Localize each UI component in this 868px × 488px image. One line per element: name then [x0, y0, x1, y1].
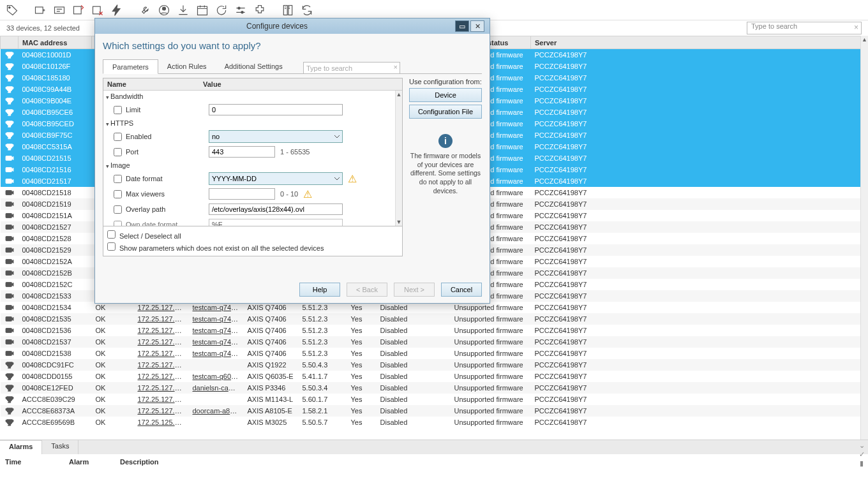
- row-port: Port 1 - 65535: [103, 144, 402, 159]
- cell-fwstatus: Unsupported firmware: [451, 325, 531, 336]
- flash-icon[interactable]: [108, 2, 125, 18]
- input-port[interactable]: [209, 146, 275, 158]
- table-row[interactable]: 00408CDC91FCOK172.25.127.212AXIS Q19225.…: [1, 359, 868, 371]
- col-server[interactable]: Server: [531, 36, 868, 49]
- table-row[interactable]: 00408CD21535OK172.25.127.167testcam-q740…: [1, 313, 868, 325]
- check-show-missing[interactable]: Show parameters which does not exist on …: [107, 241, 398, 253]
- download-icon[interactable]: [175, 2, 191, 18]
- scroll-up-icon[interactable]: ▲: [861, 36, 868, 43]
- cell-server: PCCZC64198Y7: [531, 221, 868, 233]
- input-limit[interactable]: [209, 104, 343, 115]
- check-overlay[interactable]: [114, 205, 122, 214]
- input-maxviewers[interactable]: [209, 188, 275, 200]
- cell-mac: 00408C99A44B: [19, 84, 92, 95]
- add-device-icon[interactable]: [70, 2, 87, 18]
- table-row[interactable]: ACCC8E69569BOK172.25.125.228AXIS M30255.…: [1, 417, 868, 428]
- table-row[interactable]: ACCC8E039C29OK172.25.127.202AXIS M1143-L…: [1, 394, 868, 405]
- tab-parameters[interactable]: Parameters: [103, 59, 158, 74]
- check-maxviewers[interactable]: [114, 190, 122, 198]
- select-enabled[interactable]: no: [209, 130, 343, 143]
- input-owndate[interactable]: [209, 219, 343, 226]
- trash-icon[interactable]: ▮: [858, 459, 865, 467]
- device-type-icon[interactable]: [51, 2, 68, 18]
- table-row[interactable]: 00408CD21537OK172.25.127.173testcam-q740…: [1, 336, 868, 348]
- cell-hostname: doorcam-a810...: [189, 405, 244, 417]
- col-description: Description: [120, 458, 159, 466]
- close-button[interactable]: ✕: [470, 20, 484, 32]
- btn-from-device[interactable]: Device: [409, 88, 482, 102]
- trophy-icon: [5, 85, 14, 93]
- sync-icon[interactable]: [299, 2, 315, 18]
- table-row[interactable]: 00408CDD0155OK172.25.127.156testcam-q603…: [1, 371, 868, 382]
- info-text: The firmware or models of your devices a…: [409, 152, 482, 195]
- remove-device-icon[interactable]: [89, 2, 106, 18]
- tag-icon[interactable]: [4, 2, 20, 18]
- table-row[interactable]: 00408CE12FEDOK172.25.127.151danielsn-cam…: [1, 382, 868, 394]
- cell-server: PCCZC64198Y7: [531, 95, 868, 107]
- user-icon[interactable]: [156, 2, 172, 18]
- cell-mac: ACCC8E69569B: [19, 417, 92, 428]
- trophy-icon: [5, 63, 14, 70]
- scroll-up-icon[interactable]: ▲: [396, 91, 402, 98]
- tab-tasks[interactable]: Tasks: [42, 440, 79, 454]
- cell-status: OK: [92, 348, 134, 359]
- plugin-icon[interactable]: [251, 2, 268, 18]
- maximize-button[interactable]: ▭: [455, 20, 469, 32]
- wrench-icon[interactable]: [137, 2, 153, 18]
- cell-mac: 00408CD21536: [19, 325, 92, 336]
- collapse-icon[interactable]: ⌄: [858, 441, 865, 449]
- cell-https: Yes: [347, 359, 377, 371]
- dialog-titlebar[interactable]: Configure devices ▭ ✕: [95, 18, 490, 34]
- cell-fwstatus: Unsupported firmware: [451, 348, 531, 359]
- table-row[interactable]: 00408CD21538OK172.25.127.169testcam-q740…: [1, 348, 868, 359]
- clear-search-icon[interactable]: ×: [854, 23, 858, 32]
- cell-mac: 00408CB95CE6: [19, 107, 92, 118]
- cell-mac: 00408CD21519: [19, 198, 92, 210]
- param-scrollbar[interactable]: ▲ ▼: [395, 91, 402, 226]
- server-icon[interactable]: [280, 2, 296, 18]
- help-button[interactable]: Help: [299, 283, 340, 297]
- svg-rect-14: [6, 179, 11, 184]
- cell-address: 172.25.127.212: [134, 359, 189, 371]
- cell-mac: 00408CC5315A: [19, 141, 92, 152]
- clear-param-search-icon[interactable]: ×: [394, 63, 398, 71]
- input-overlay[interactable]: [209, 203, 343, 215]
- assign-ip-icon[interactable]: [32, 2, 49, 18]
- refresh-icon[interactable]: [213, 2, 230, 18]
- cell-https: Yes: [347, 313, 377, 325]
- check-enabled[interactable]: [114, 133, 122, 141]
- group-bandwidth[interactable]: Bandwidth: [103, 91, 402, 102]
- select-dateformat[interactable]: YYYY-MM-DD: [209, 172, 343, 185]
- tab-additional-settings[interactable]: Additional Settings: [216, 59, 292, 74]
- calendar-icon[interactable]: [194, 2, 211, 18]
- tab-alarms[interactable]: Alarms: [0, 440, 42, 454]
- check-select-all[interactable]: Select / Deselect all: [107, 229, 398, 241]
- col-mac[interactable]: MAC address: [19, 36, 92, 49]
- table-row[interactable]: 00408CD21536OK172.25.127.171testcam-q740…: [1, 325, 868, 336]
- scroll-down-icon[interactable]: ▼: [396, 218, 402, 226]
- camera-icon: [5, 212, 14, 219]
- check-dateformat[interactable]: [114, 175, 122, 183]
- cell-server: PCCZC64198Y7: [531, 72, 868, 84]
- cell-hostname: testcam-q6035...: [189, 371, 244, 382]
- check-limit[interactable]: [114, 106, 122, 114]
- cancel-button[interactable]: Cancel: [441, 283, 482, 297]
- check-owndate[interactable]: [114, 221, 122, 226]
- cell-8021x: Disabled: [377, 382, 451, 394]
- svg-rect-22: [6, 271, 11, 276]
- dialog-footer: Help < Back Next > Cancel: [103, 283, 482, 297]
- svg-rect-25: [6, 306, 11, 310]
- table-row[interactable]: ACCC8E68373AOK172.25.127.190doorcam-a810…: [1, 405, 868, 417]
- cell-server: PCCZC64198Y7: [531, 129, 868, 141]
- global-search[interactable]: Type to search ×: [747, 22, 862, 34]
- table-scrollbar[interactable]: ▲: [860, 36, 868, 440]
- btn-from-file[interactable]: Configuration File: [409, 105, 482, 119]
- sliders-icon[interactable]: [232, 2, 249, 18]
- row-dateformat: Date format YYYY-MM-DD ⚠: [103, 171, 402, 186]
- param-search[interactable]: Type to search ×: [303, 62, 400, 74]
- group-image[interactable]: Image: [103, 159, 402, 171]
- group-https[interactable]: HTTPS: [103, 117, 402, 129]
- check-icon[interactable]: ✓: [858, 450, 865, 458]
- check-port[interactable]: [114, 148, 122, 156]
- tab-action-rules[interactable]: Action Rules: [158, 59, 216, 74]
